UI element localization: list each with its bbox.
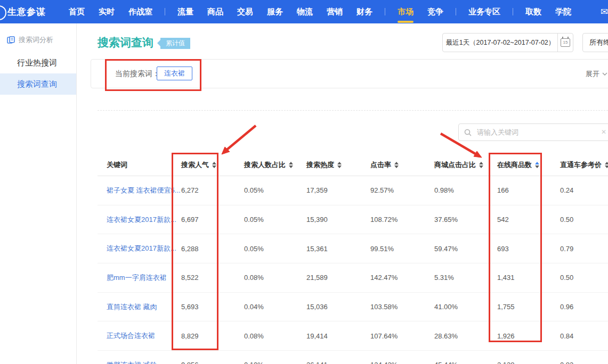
column-header-在线商品数[interactable]: 在线商品数 — [497, 160, 560, 170]
table-cell: 99.51% — [370, 245, 434, 253]
keyword-link[interactable]: 连衣裙女夏2017新款... — [98, 215, 181, 225]
table-row: 连衣裙女夏2017新款...6,2880.05%15,36199.51%59.4… — [98, 234, 608, 263]
column-header-搜索热度[interactable]: 搜索热度 — [306, 160, 370, 170]
table-cell: 37.65% — [434, 216, 497, 224]
table-cell: 0.50 — [560, 216, 608, 224]
table-cell: 6,272 — [181, 186, 244, 194]
sidebar-menu: 行业热搜词搜索词查询 — [0, 52, 76, 95]
table-cell: 0.05% — [244, 216, 306, 224]
table-cell: 6,288 — [181, 245, 244, 253]
chevron-down-icon — [602, 72, 607, 76]
keyword-link[interactable]: 微胖连衣裙 减龄 — [98, 360, 181, 364]
expand-toggle[interactable]: 展开 — [586, 60, 607, 88]
nav-item-市场[interactable]: 市场 — [391, 0, 420, 23]
column-header-点击率[interactable]: 点击率 — [370, 160, 434, 170]
table-cell: 693 — [497, 245, 560, 253]
sidebar-section-header: 搜索词分析 — [0, 23, 76, 52]
book-icon — [7, 36, 15, 44]
nav-item-营销[interactable]: 营销 — [320, 0, 350, 23]
sort-icon[interactable] — [337, 162, 342, 168]
top-nav: 生意参谋 首页实时作战室流量商品交易服务物流营销财务市场竞争业务专区取数学院 ✉ — [0, 0, 608, 23]
current-term-tag[interactable]: 连衣裙 — [157, 67, 192, 80]
table-cell: 19,414 — [306, 332, 370, 340]
table-cell: 0.08% — [244, 274, 306, 282]
table-cell: 1,926 — [497, 332, 560, 340]
keyword-link[interactable]: 裙子女夏 连衣裙便宜5... — [98, 186, 181, 195]
column-label: 搜索人气 — [181, 160, 209, 170]
column-label: 点击率 — [370, 160, 391, 170]
table-cell: 92.57% — [370, 186, 434, 194]
nav-item-竞争[interactable]: 竞争 — [420, 0, 450, 23]
nav-item-取数[interactable]: 取数 — [518, 0, 548, 23]
column-label: 商城点击占比 — [434, 160, 476, 170]
sort-icon[interactable] — [479, 162, 483, 168]
sort-icon[interactable] — [605, 162, 608, 168]
table-cell: 28.63% — [434, 332, 497, 340]
column-label: 直通车参考价 — [560, 160, 602, 170]
nav-item-首页[interactable]: 首页 — [62, 0, 92, 23]
sort-icon[interactable] — [212, 162, 216, 168]
table-row: 微胖连衣裙 减龄9,8560.10%26,141124.43%45.44%2,1… — [98, 351, 608, 364]
table-cell: 8,829 — [181, 332, 244, 340]
sort-icon[interactable] — [289, 162, 293, 168]
sidebar-item-搜索词查询[interactable]: 搜索词查询 — [0, 73, 76, 95]
keyword-search-box — [458, 123, 608, 141]
table-cell: 142.47% — [370, 274, 434, 282]
table-cell: 0.84 — [560, 332, 608, 340]
nav-item-服务[interactable]: 服务 — [260, 0, 290, 23]
keyword-link[interactable]: 连衣裙女夏2017新款... — [98, 244, 181, 253]
mail-icon[interactable]: ✉ — [601, 6, 608, 18]
table-cell: 2,138 — [497, 361, 560, 364]
table-header-row: 关键词搜索人气搜索人数占比搜索热度点击率商城点击占比在线商品数直通车参考价 — [98, 154, 608, 176]
nav-item-商品[interactable]: 商品 — [200, 0, 230, 23]
table-cell: 0.83 — [560, 361, 608, 364]
column-header-直通车参考价[interactable]: 直通车参考价 — [560, 160, 608, 170]
table-cell: 0.05% — [244, 245, 306, 253]
keyword-search-input[interactable] — [476, 128, 608, 137]
section-divider — [98, 110, 608, 111]
table-cell: 0.79 — [560, 245, 608, 253]
table-cell: 0.05% — [244, 186, 306, 194]
nav-item-实时[interactable]: 实时 — [92, 0, 121, 23]
table-cell: 26,141 — [306, 361, 370, 364]
column-header-商城点击占比[interactable]: 商城点击占比 — [434, 160, 497, 170]
nav-item-交易[interactable]: 交易 — [230, 0, 260, 23]
column-header-搜索人数占比[interactable]: 搜索人数占比 — [244, 160, 306, 170]
keyword-link[interactable]: 肥mm一字肩连衣裙 — [98, 273, 181, 283]
table-cell: 6,697 — [181, 216, 244, 224]
table-cell: 15,361 — [306, 245, 370, 253]
table-cell: 17,359 — [306, 186, 370, 194]
table-body: 裙子女夏 连衣裙便宜5...6,2720.05%17,35992.57%0.98… — [98, 176, 608, 364]
table-cell: 1,755 — [497, 303, 560, 311]
cumulative-badge: 累计值 — [160, 38, 190, 49]
nav-item-财务[interactable]: 财务 — [350, 0, 379, 23]
table-row: 肥mm一字肩连衣裙8,5220.08%21,589142.47%5.31%1,4… — [98, 263, 608, 293]
table-cell: 15,036 — [306, 303, 370, 311]
nav-divider — [385, 8, 385, 15]
table-cell: 41.00% — [434, 303, 497, 311]
clear-icon[interactable]: ✕ — [601, 128, 606, 136]
nav-item-业务专区[interactable]: 业务专区 — [461, 0, 507, 23]
nav-item-学院[interactable]: 学院 — [548, 0, 578, 23]
keyword-link[interactable]: 正式场合连衣裙 — [98, 331, 181, 341]
table-cell: 542 — [497, 216, 560, 224]
nav-item-流量[interactable]: 流量 — [171, 0, 200, 23]
terminal-select[interactable]: 所有终端 — [582, 33, 608, 52]
nav-item-作战室[interactable]: 作战室 — [121, 0, 159, 23]
table-cell: 0.96 — [560, 303, 608, 311]
column-header-关键词: 关键词 — [98, 160, 181, 170]
sidebar-item-行业热搜词[interactable]: 行业热搜词 — [0, 52, 76, 73]
sidebar: 搜索词分析 行业热搜词搜索词查询 — [0, 23, 77, 364]
nav-item-物流[interactable]: 物流 — [290, 0, 320, 23]
column-header-搜索人气[interactable]: 搜索人气 — [181, 160, 244, 170]
column-label: 搜索人数占比 — [244, 160, 286, 170]
table-cell: 9,856 — [181, 361, 244, 364]
annotation-arrow-left — [222, 126, 256, 154]
date-range-picker[interactable]: 最近1天（2017-07-02~2017-07-02） — [442, 33, 558, 52]
table-row: 直筒连衣裙 藏肉5,6930.04%15,036103.58%41.00%1,7… — [98, 293, 608, 322]
sort-icon[interactable] — [394, 162, 399, 168]
keyword-link[interactable]: 直筒连衣裙 藏肉 — [98, 302, 181, 312]
calendar-button[interactable]: 15 — [557, 33, 573, 52]
sort-icon[interactable] — [535, 162, 539, 168]
table-row: 裙子女夏 连衣裙便宜5...6,2720.05%17,35992.57%0.98… — [98, 176, 608, 205]
